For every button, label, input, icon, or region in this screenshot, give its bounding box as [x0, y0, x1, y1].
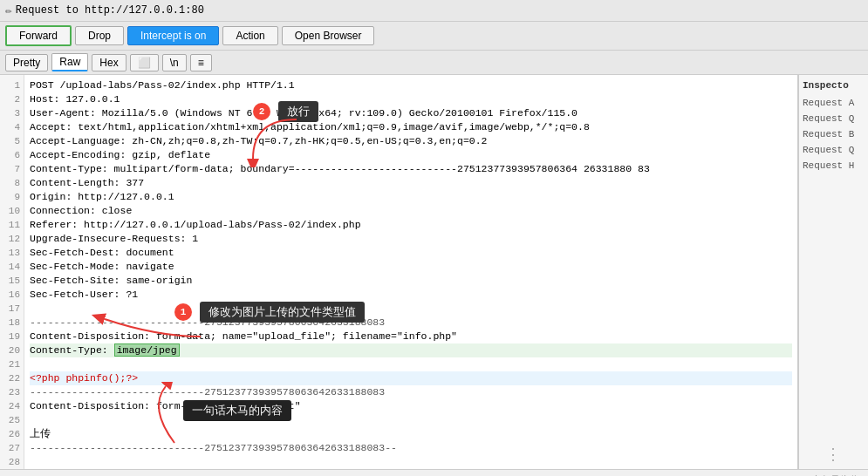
sidebar-item-1[interactable]: Request Q — [803, 112, 865, 126]
code-line: Upgrade-Insecure-Requests: 1 — [30, 232, 792, 246]
code-line: Content-Type: image/jpeg — [30, 343, 792, 357]
line-numbers: 1234567891011121314151617181920212223242… — [0, 75, 24, 469]
open-browser-button[interactable]: Open Browser — [282, 26, 375, 45]
sidebar-item-0[interactable]: Request A — [803, 96, 865, 110]
sidebar-item-4[interactable]: Request H — [803, 159, 865, 173]
code-line: Accept: text/html,application/xhtml+xml,… — [30, 120, 792, 134]
code-line: -----------------------------27512377393… — [30, 441, 792, 455]
code-line: Accept-Language: zh-CN,zh;q=0.8,zh-TW;q=… — [30, 134, 792, 148]
code-line: Referer: http://127.0.0.1/upload-labs/Pa… — [30, 218, 792, 232]
request-label: Request to http://127.0.0.1:80 — [16, 4, 204, 17]
hex-button[interactable]: Hex — [92, 54, 126, 71]
forward-button[interactable]: Forward — [5, 25, 72, 46]
code-line: <?php phpinfo();?> — [30, 371, 792, 385]
footer-bar: CSDN @大象只为你 — [0, 469, 868, 476]
code-line: Host: 127.0.0.1 — [30, 92, 792, 106]
sidebar-item-3[interactable]: Request Q — [803, 143, 865, 157]
code-lines[interactable]: POST /upload-labs/Pass-02/index.php HTTP… — [24, 75, 797, 469]
main-area: 1234567891011121314151617181920212223242… — [0, 75, 868, 469]
code-line — [30, 413, 792, 427]
action-button[interactable]: Action — [222, 26, 277, 45]
code-line: -----------------------------27512377393… — [30, 385, 792, 399]
code-line — [30, 302, 792, 316]
code-line: Connection: close — [30, 204, 792, 218]
newline-icon[interactable]: \n — [162, 54, 187, 71]
code-line: Accept-Encoding: gzip, deflate — [30, 148, 792, 162]
code-line — [30, 357, 792, 371]
code-line: Content-Length: 377 — [30, 176, 792, 190]
pencil-icon: ✏ — [5, 3, 12, 17]
code-line: 上传 — [30, 427, 792, 441]
intercept-button[interactable]: Intercept is on — [127, 26, 219, 45]
copy-icon[interactable]: ⬜ — [130, 54, 159, 71]
top-bar: ✏ Request to http://127.0.0.1:80 — [0, 0, 868, 22]
code-line: -----------------------------27512377393… — [30, 316, 792, 330]
toolbar: Forward Drop Intercept is on Action Open… — [0, 22, 868, 51]
code-line: Content-Disposition: form-data; name="up… — [30, 330, 792, 343]
content-type-value: image/jpeg — [114, 343, 180, 357]
code-line: Sec-Fetch-User: ?1 — [30, 288, 792, 302]
editor-panel[interactable]: 1234567891011121314151617181920212223242… — [0, 75, 798, 469]
sidebar-dots: ⋮ — [803, 445, 865, 464]
code-line: Content-Disposition: form-data; name="su… — [30, 399, 792, 413]
code-line: Sec-Fetch-Mode: navigate — [30, 260, 792, 274]
drop-button[interactable]: Drop — [75, 26, 124, 45]
pretty-button[interactable]: Pretty — [5, 54, 48, 71]
code-line: Sec-Fetch-Site: same-origin — [30, 274, 792, 288]
code-line — [30, 455, 792, 469]
sidebar: Inspecto Request A Request Q Request B R… — [798, 75, 868, 469]
code-line: Sec-Fetch-Dest: document — [30, 246, 792, 260]
sidebar-title: Inspecto — [803, 80, 865, 91]
line-container: 1234567891011121314151617181920212223242… — [0, 75, 797, 469]
code-line: POST /upload-labs/Pass-02/index.php HTTP… — [30, 78, 792, 92]
format-bar: Pretty Raw Hex ⬜ \n ≡ — [0, 51, 868, 75]
code-line: Origin: http://127.0.0.1 — [30, 190, 792, 204]
menu-icon[interactable]: ≡ — [190, 54, 212, 71]
code-line: User-Agent: Mozilla/5.0 (Windows NT 6.1;… — [30, 106, 792, 120]
raw-button[interactable]: Raw — [51, 53, 88, 71]
sidebar-item-2[interactable]: Request B — [803, 127, 865, 141]
code-line: Content-Type: multipart/form-data; bound… — [30, 162, 792, 176]
